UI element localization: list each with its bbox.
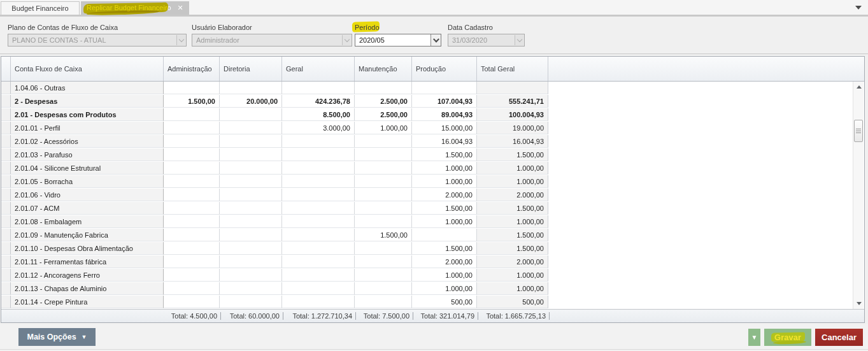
value-cell[interactable]: 1.500,00	[477, 202, 548, 215]
value-cell[interactable]	[282, 135, 355, 148]
table-row[interactable]: 2.01 - Despesas com Produtos8.500,002.50…	[1, 108, 864, 122]
tab-list-dropdown-icon[interactable]	[854, 4, 863, 11]
value-cell[interactable]	[164, 242, 220, 255]
value-cell[interactable]: 1.000,00	[477, 282, 548, 295]
table-row[interactable]: 2.01.10 - Despesas Obra Alimentação1.500…	[1, 242, 864, 255]
value-cell[interactable]	[282, 148, 355, 161]
value-cell[interactable]	[355, 296, 412, 308]
account-cell[interactable]: 2.01.12 - Ancoragens Ferro	[11, 269, 164, 282]
tab-budget-financeiro[interactable]: Budget Financeiro	[1, 1, 80, 15]
table-row[interactable]: 2.01.11 - Ferramentas fábrica2.000,002.0…	[1, 255, 864, 269]
value-cell[interactable]	[355, 148, 412, 161]
periodo-combobox[interactable]: 2020/05	[355, 34, 441, 47]
value-cell[interactable]: 1.500,00	[355, 229, 412, 241]
value-cell[interactable]	[164, 122, 220, 134]
value-cell[interactable]	[355, 242, 412, 255]
value-cell[interactable]: 1.000,00	[477, 269, 548, 282]
periodo-dropdown-button[interactable]	[430, 34, 441, 46]
gravar-dropdown-button[interactable]: ▼	[748, 329, 760, 346]
table-row[interactable]: 2.01.08 - Embalagem1.000,001.000,00	[1, 215, 864, 229]
value-cell[interactable]	[164, 255, 220, 268]
value-cell[interactable]	[282, 82, 355, 94]
value-cell[interactable]: 2.500,00	[355, 95, 412, 108]
value-cell[interactable]: 89.004,93	[412, 108, 477, 121]
value-cell[interactable]	[164, 175, 220, 188]
value-cell[interactable]	[355, 175, 412, 188]
value-cell[interactable]: 1.000,00	[412, 175, 477, 188]
column-header[interactable]: Conta Fluxo de Caixa	[11, 57, 164, 81]
value-cell[interactable]	[282, 255, 355, 268]
value-cell[interactable]	[282, 189, 355, 201]
value-cell[interactable]	[477, 82, 548, 94]
table-row[interactable]: 2 - Despesas1.500,0020.000,00424.236,782…	[1, 95, 864, 108]
value-cell[interactable]	[220, 135, 282, 148]
value-cell[interactable]: 1.500,00	[477, 229, 548, 241]
scrollbar-up-button[interactable]	[853, 82, 864, 92]
account-cell[interactable]: 2.01.14 - Crepe Pintura	[11, 296, 164, 308]
value-cell[interactable]	[164, 135, 220, 148]
account-cell[interactable]: 2.01.03 - Parafuso	[11, 148, 164, 161]
value-cell[interactable]: 1.000,00	[412, 282, 477, 295]
data-cadastro-field[interactable]: 31/03/2020	[448, 34, 525, 47]
value-cell[interactable]: 1.500,00	[477, 242, 548, 255]
value-cell[interactable]	[220, 122, 282, 134]
value-cell[interactable]	[355, 162, 412, 175]
value-cell[interactable]	[282, 215, 355, 228]
value-cell[interactable]: 2.000,00	[412, 189, 477, 201]
value-cell[interactable]	[220, 82, 282, 94]
value-cell[interactable]: 2.000,00	[477, 255, 548, 268]
value-cell[interactable]	[355, 282, 412, 295]
value-cell[interactable]	[282, 229, 355, 241]
table-row[interactable]: 2.01.01 - Perfil3.000,001.000,0015.000,0…	[1, 122, 864, 135]
value-cell[interactable]: 107.004,93	[412, 95, 477, 108]
account-cell[interactable]: 2.01.01 - Perfil	[11, 122, 164, 134]
value-cell[interactable]	[282, 269, 355, 282]
value-cell[interactable]	[220, 162, 282, 175]
account-cell[interactable]: 2.01.02 - Acessórios	[11, 135, 164, 148]
value-cell[interactable]: 1.000,00	[412, 215, 477, 228]
value-cell[interactable]	[282, 202, 355, 215]
value-cell[interactable]: 16.004,93	[412, 135, 477, 148]
value-cell[interactable]	[164, 269, 220, 282]
table-row[interactable]: 2.01.14 - Crepe Pintura500,00500,00	[1, 296, 864, 309]
scrollbar-down-button[interactable]	[853, 298, 864, 309]
value-cell[interactable]	[220, 242, 282, 255]
value-cell[interactable]: 1.000,00	[412, 162, 477, 175]
table-row[interactable]: 2.01.12 - Ancoragens Ferro1.000,001.000,…	[1, 269, 864, 282]
value-cell[interactable]: 2.000,00	[412, 255, 477, 268]
usuario-elaborador-combobox[interactable]: Administrador	[192, 34, 352, 47]
value-cell[interactable]: 8.500,00	[282, 108, 355, 121]
account-cell[interactable]: 2.01.07 - ACM	[11, 202, 164, 215]
value-cell[interactable]	[282, 175, 355, 188]
value-cell[interactable]: 16.004,93	[477, 135, 548, 148]
value-cell[interactable]: 1.000,00	[477, 175, 548, 188]
value-cell[interactable]	[355, 189, 412, 201]
value-cell[interactable]	[355, 255, 412, 268]
column-header[interactable]: Administração	[164, 57, 220, 81]
tab-close-icon[interactable]: ✕	[176, 1, 185, 15]
value-cell[interactable]	[282, 282, 355, 295]
table-row[interactable]: 2.01.13 - Chapas de Aluminio1.000,001.00…	[1, 282, 864, 296]
value-cell[interactable]	[220, 108, 282, 121]
vertical-scrollbar[interactable]	[853, 82, 864, 309]
usuario-elaborador-dropdown-button[interactable]	[342, 35, 351, 45]
tab-replicar-budget-financeiro[interactable]: Replicar Budget Financeiro ✕	[81, 1, 189, 15]
plano-de-contas-combobox[interactable]: PLANO DE CONTAS - ATUAL	[8, 34, 187, 47]
value-cell[interactable]: 15.000,00	[412, 122, 477, 134]
value-cell[interactable]	[164, 82, 220, 94]
value-cell[interactable]	[355, 215, 412, 228]
value-cell[interactable]	[355, 82, 412, 94]
table-row[interactable]: 2.01.09 - Manutenção Fabrica1.500,001.50…	[1, 229, 864, 242]
value-cell[interactable]: 555.241,71	[477, 95, 548, 108]
value-cell[interactable]: 20.000,00	[220, 95, 282, 108]
value-cell[interactable]	[220, 255, 282, 268]
value-cell[interactable]: 1.000,00	[477, 215, 548, 228]
value-cell[interactable]	[220, 175, 282, 188]
account-cell[interactable]: 2.01.04 - Silicone Estrutural	[11, 162, 164, 175]
table-row[interactable]: 2.01.07 - ACM1.500,001.500,00	[1, 202, 864, 215]
table-row[interactable]: 2.01.04 - Silicone Estrutural1.000,001.0…	[1, 162, 864, 175]
account-cell[interactable]: 2.01.13 - Chapas de Aluminio	[11, 282, 164, 295]
data-cadastro-dropdown-button[interactable]	[515, 35, 523, 45]
value-cell[interactable]	[220, 229, 282, 241]
value-cell[interactable]	[282, 296, 355, 308]
